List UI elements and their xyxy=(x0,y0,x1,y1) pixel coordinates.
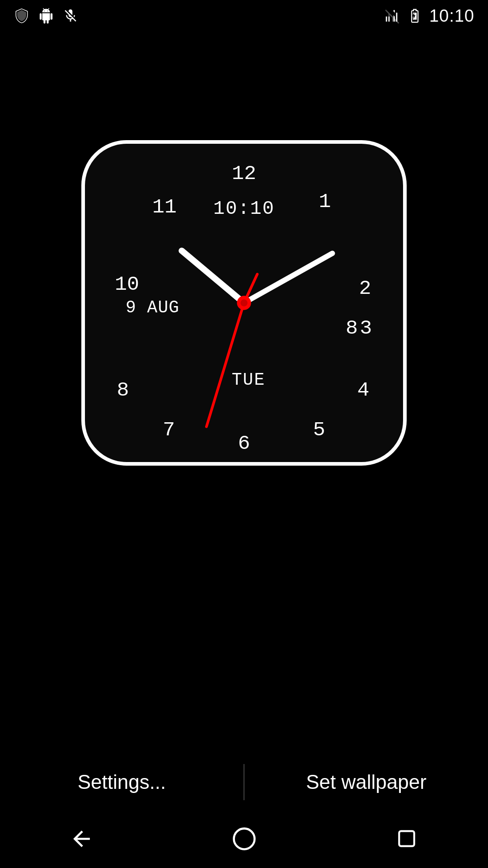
svg-line-14 xyxy=(244,253,333,303)
status-bar-left xyxy=(14,8,79,24)
svg-rect-20 xyxy=(399,831,414,846)
signal-icon xyxy=(384,8,400,24)
svg-text:10: 10 xyxy=(115,273,139,296)
back-button[interactable] xyxy=(59,816,104,861)
settings-button[interactable]: Settings... xyxy=(0,762,244,802)
recents-button[interactable] xyxy=(384,816,429,861)
svg-text:8: 8 xyxy=(117,379,129,402)
svg-text:11: 11 xyxy=(152,196,177,219)
svg-text:8: 8 xyxy=(346,317,358,340)
status-bar-right: 10:10 xyxy=(384,6,474,26)
svg-text:12: 12 xyxy=(232,162,256,185)
svg-text:4: 4 xyxy=(357,379,370,402)
svg-point-19 xyxy=(234,828,254,849)
svg-line-15 xyxy=(206,303,244,427)
home-button[interactable] xyxy=(221,816,267,861)
shield-icon xyxy=(14,8,30,24)
svg-line-13 xyxy=(182,251,244,303)
set-wallpaper-button[interactable]: Set wallpaper xyxy=(244,762,488,802)
svg-text:1: 1 xyxy=(319,190,331,213)
clock-container: 10:10 9 AUG TUE 12 1 2 3 4 5 6 7 8 8 xyxy=(81,140,407,466)
status-time: 10:10 xyxy=(429,6,474,26)
svg-text:5: 5 xyxy=(313,419,325,442)
status-bar: 10:10 xyxy=(0,0,488,32)
battery-icon xyxy=(407,8,423,24)
svg-text:2: 2 xyxy=(359,277,371,300)
svg-text:6: 6 xyxy=(238,432,250,455)
android-icon xyxy=(38,8,54,24)
svg-text:7: 7 xyxy=(163,419,175,442)
nav-bar xyxy=(0,809,488,868)
clock-numbers: 12 1 2 3 4 5 6 7 8 8 10 11 xyxy=(85,144,403,462)
mic-off-icon xyxy=(62,8,79,24)
svg-point-18 xyxy=(240,299,248,307)
svg-text:3: 3 xyxy=(360,317,372,340)
clock-face: 10:10 9 AUG TUE 12 1 2 3 4 5 6 7 8 8 xyxy=(81,140,407,466)
bottom-bar: Settings... Set wallpaper xyxy=(0,755,488,809)
